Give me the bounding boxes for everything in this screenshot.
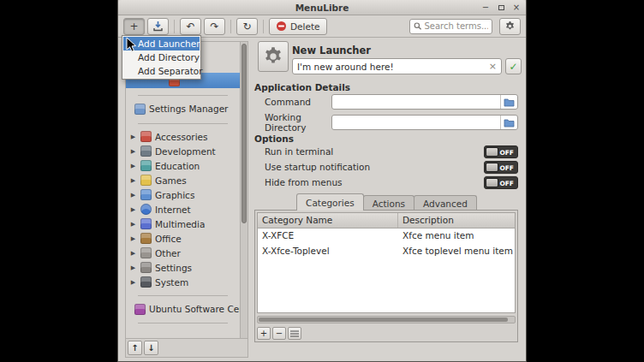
hide-from-menus-toggle[interactable]: OFF	[484, 176, 518, 189]
undo-button[interactable]: ↶	[180, 18, 201, 35]
arrow-down-icon: ↓	[147, 343, 154, 353]
switch-knob	[486, 178, 498, 187]
options-list: Run in terminalOFFUse startup notificati…	[265, 144, 518, 190]
add-button[interactable]: +	[123, 18, 145, 35]
column-header-category-name[interactable]: Category Name	[258, 213, 398, 228]
tab-bar: CategoriesActionsAdvanced	[251, 193, 522, 211]
tab-actions[interactable]: Actions	[363, 195, 414, 211]
gear-icon	[504, 21, 516, 32]
office-icon	[140, 233, 152, 244]
list-icon	[290, 330, 299, 337]
sidebar-separator	[126, 116, 240, 129]
expander-icon[interactable]: ▶	[129, 192, 137, 199]
menu-item-add-separator[interactable]: Add Separator	[123, 64, 200, 78]
sidebar-item-settings-manager[interactable]: Settings Manager	[126, 101, 240, 116]
use-startup-notification-toggle[interactable]: OFF	[484, 161, 518, 174]
table-row[interactable]: X-Xfce-ToplevelXfce toplevel menu item	[258, 244, 515, 259]
maximize-button[interactable]	[495, 2, 507, 13]
expander-icon[interactable]: ▶	[129, 163, 137, 169]
expander-icon[interactable]: ▶	[129, 235, 137, 242]
table-horizontal-scrollbar[interactable]	[257, 316, 516, 323]
remove-category-button[interactable]: −	[272, 327, 286, 340]
save-button[interactable]	[147, 18, 169, 35]
expander-icon[interactable]: ▶	[129, 221, 137, 228]
name-entry[interactable]: ×	[292, 58, 502, 74]
sidebar-item-label: System	[155, 277, 188, 288]
expander-icon[interactable]: ▶	[129, 134, 137, 140]
table-cell: X-Xfce-Toplevel	[258, 244, 398, 259]
sidebar-item-office[interactable]: ▶Office	[126, 231, 240, 246]
search-box[interactable]	[409, 19, 492, 34]
expander-icon[interactable]: ▶	[129, 264, 137, 271]
window-title: MenuLibre	[295, 3, 349, 13]
sidebar-item-education[interactable]: ▶Education	[126, 158, 240, 173]
settings-menu-button[interactable]	[499, 18, 521, 35]
sidebar-item-ubuntu-software-center[interactable]: Ubuntu Software Center	[126, 301, 240, 317]
sidebar-item-development[interactable]: ▶Development	[126, 144, 240, 158]
sidebar-scrollbar[interactable]	[240, 42, 247, 338]
table-row[interactable]: X-XFCEXfce menu item	[258, 228, 515, 244]
working-directory-entry[interactable]	[331, 115, 518, 130]
scrollbar-thumb[interactable]	[242, 44, 247, 223]
clear-categories-button[interactable]	[288, 327, 301, 340]
browse-directory-button[interactable]	[500, 116, 517, 129]
browse-command-button[interactable]	[500, 95, 517, 109]
titlebar[interactable]: MenuLibre − ×	[118, 0, 526, 15]
sidebar-item-label: Multimedia	[155, 219, 205, 229]
expander-icon[interactable]: ▶	[129, 206, 137, 213]
redo-button[interactable]: ↷	[204, 18, 225, 35]
sidebar-item-graphics[interactable]: ▶Graphics	[126, 187, 240, 202]
move-up-button[interactable]: ↑	[128, 341, 142, 355]
move-down-button[interactable]: ↓	[144, 341, 158, 355]
software-center-icon	[134, 304, 146, 315]
expander-icon[interactable]: ▶	[129, 177, 137, 184]
sidebar-item-other[interactable]: ▶Other	[126, 246, 240, 260]
name-input[interactable]	[297, 62, 489, 72]
run-in-terminal-toggle[interactable]: OFF	[484, 145, 518, 158]
graphics-icon	[140, 189, 152, 200]
sidebar-item-settings[interactable]: ▶Settings	[126, 260, 240, 275]
sidebar-item-label: Internet	[155, 205, 191, 215]
expander-icon[interactable]: ▶	[129, 148, 137, 155]
command-entry[interactable]	[331, 94, 518, 110]
sidebar-item-multimedia[interactable]: ▶Multimedia	[126, 217, 240, 231]
minimize-button[interactable]: −	[480, 2, 492, 13]
sidebar-item-accessories[interactable]: ▶Accessories	[126, 129, 240, 144]
maximize-icon	[498, 5, 504, 10]
expander-icon[interactable]: ▶	[129, 279, 137, 286]
refresh-icon: ↻	[242, 21, 251, 33]
sidebar-item-games[interactable]: ▶Games	[126, 173, 240, 187]
gear-icon	[262, 45, 284, 68]
category-toolbar: + −	[257, 327, 301, 340]
clear-entry-icon[interactable]: ×	[489, 62, 497, 71]
option-label: Use startup notification	[265, 162, 370, 172]
search-icon	[414, 21, 421, 31]
sidebar-item-internet[interactable]: ▶Internet	[126, 202, 240, 217]
close-button[interactable]: ×	[510, 2, 522, 13]
tab-categories[interactable]: Categories	[296, 193, 364, 211]
sidebar-separator	[126, 289, 240, 301]
tab-advanced[interactable]: Advanced	[414, 195, 477, 211]
arrow-up-icon: ↑	[131, 343, 138, 353]
working-directory-input[interactable]	[336, 117, 500, 128]
development-icon	[140, 145, 152, 157]
launcher-icon-button[interactable]	[258, 41, 289, 72]
toolbar-separator	[174, 20, 175, 33]
expander-icon[interactable]: ▶	[129, 250, 137, 257]
option-label: Hide from menus	[265, 177, 343, 187]
revert-button[interactable]: ↻	[236, 18, 258, 35]
apply-name-button[interactable]: ✓	[505, 58, 522, 74]
sidebar-item-system[interactable]: ▶System	[126, 275, 240, 289]
working-directory-row: Working Directory	[265, 112, 518, 133]
command-input[interactable]	[336, 97, 500, 107]
column-header-description[interactable]: Description	[398, 213, 515, 228]
launcher-editor: New Launcher × ✓ Application Details Com…	[251, 39, 522, 358]
search-input[interactable]	[424, 21, 488, 31]
sidebar-bottom-bar: ↑ ↓	[125, 339, 248, 358]
scrollbar-thumb[interactable]	[259, 317, 508, 322]
table-cell: Xfce toplevel menu item	[398, 244, 516, 259]
add-category-button[interactable]: +	[257, 327, 271, 340]
sidebar-item-label: Other	[155, 248, 181, 258]
delete-button[interactable]: Delete	[269, 18, 327, 35]
command-row: Command	[265, 94, 518, 110]
